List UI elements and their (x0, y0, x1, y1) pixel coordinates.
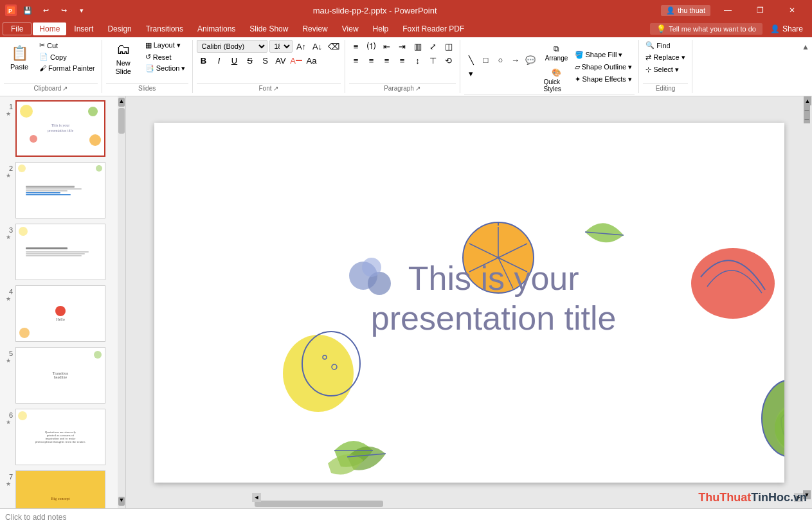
replace-button[interactable]: ⇄ Replace ▾ (643, 52, 687, 63)
slide-thumb-3[interactable]: 3 ★ (3, 222, 123, 281)
menu-design[interactable]: Design (101, 22, 138, 35)
minimize-button[interactable]: — (713, 0, 743, 21)
align-left-button[interactable]: ≡ (349, 54, 363, 67)
v-scroll-btn2[interactable]: — (804, 114, 810, 123)
justify-button[interactable]: ≡ (395, 54, 410, 67)
paragraph-expand-icon[interactable]: ↗ (415, 85, 420, 92)
slide-panel[interactable]: ▲ ▼ 1 ★ This is yourpresentation title (0, 96, 126, 508)
reset-button[interactable]: ↺ Reset (143, 51, 188, 62)
clipboard-expand-icon[interactable]: ↗ (62, 85, 68, 92)
line-spacing-button[interactable]: ↕ (411, 54, 425, 67)
bullets-button[interactable]: ≡ (349, 40, 363, 53)
menu-foxit[interactable]: Foxit Reader PDF (396, 22, 471, 35)
align-right-button[interactable]: ≡ (380, 54, 394, 67)
search-box[interactable]: 💡 Tell me what you want to do (650, 23, 762, 35)
menu-slideshow[interactable]: Slide Show (243, 22, 294, 35)
shape-oval[interactable]: ○ (494, 54, 508, 67)
share-button[interactable]: 👤 Share (764, 23, 809, 35)
notes-bar[interactable]: Click to add notes (0, 508, 812, 525)
clear-format-button[interactable]: ⌫ (327, 40, 341, 53)
scroll-up-arrow[interactable]: ▲ (118, 98, 125, 107)
increase-indent-button[interactable]: ⇥ (395, 40, 410, 53)
arrange-button[interactable]: ⧉ Arrange (543, 40, 571, 66)
menu-transitions[interactable]: Transitions (140, 22, 190, 35)
shape-callout[interactable]: 💬 (523, 54, 537, 67)
shape-effects-button[interactable]: ✦ Shape Effects ▾ (572, 74, 635, 85)
font-size-select[interactable]: 18 (269, 40, 293, 53)
shape-arrow[interactable]: → (509, 54, 523, 67)
text-case-button[interactable]: Aa (305, 54, 319, 67)
shape-outline-button[interactable]: ▱ Shape Outline ▾ (572, 62, 635, 73)
menu-view[interactable]: View (336, 22, 365, 35)
font-expand-icon[interactable]: ↗ (273, 85, 278, 92)
slide-thumb-4[interactable]: 4 ★ Hello (3, 284, 123, 343)
redo-button[interactable]: ↪ (57, 3, 71, 17)
user-account[interactable]: 👤 thu thuat (661, 5, 710, 16)
decrease-indent-button[interactable]: ⇤ (380, 40, 394, 53)
slide-thumb-2[interactable]: 2 ★ (3, 161, 123, 220)
menu-review[interactable]: Review (296, 22, 334, 35)
align-text-button[interactable]: ⊤ (426, 54, 440, 67)
scroll-down-arrow[interactable]: ▼ (118, 497, 125, 506)
v-scroll-down[interactable]: ▼ (803, 490, 811, 499)
font-family-select[interactable]: Calibri (Body) (197, 40, 267, 53)
customize-qat-button[interactable]: ▾ (75, 3, 89, 17)
menu-file[interactable]: File (3, 22, 32, 35)
italic-button[interactable]: I (212, 54, 226, 67)
slide-thumb-1[interactable]: 1 ★ This is yourpresentation title (3, 99, 123, 158)
slide-thumb-6[interactable]: 6 ★ Quotations are sincerelyprinted as a… (3, 407, 123, 467)
notes-placeholder[interactable]: Click to add notes (5, 513, 66, 522)
v-scroll-btn1[interactable]: — (804, 105, 810, 114)
menu-home[interactable]: Home (33, 22, 66, 35)
shape-rect[interactable]: □ (479, 54, 493, 67)
font-color-button[interactable]: A (289, 54, 303, 67)
cut-button[interactable]: ✂ Cut (37, 40, 98, 51)
underline-button[interactable]: U (228, 54, 242, 67)
menu-animations[interactable]: Animations (191, 22, 242, 35)
restore-button[interactable]: ❐ (745, 0, 775, 21)
columns-button[interactable]: ▥ (411, 40, 425, 53)
slide-thumb-5[interactable]: 5 ★ Transitionheadline (3, 346, 123, 405)
shape-line[interactable]: ╲ (464, 54, 478, 67)
layout-button[interactable]: ▦ Layout ▾ (143, 40, 188, 51)
font-decrease-button[interactable]: A↓ (311, 40, 325, 53)
slide-panel-scrollbar[interactable]: ▲ ▼ (118, 96, 125, 508)
smart-art-button[interactable]: ◫ (442, 40, 456, 53)
format-painter-button[interactable]: 🖌 Format Painter (37, 63, 98, 73)
shape-fill-button[interactable]: 🪣 Shape Fill ▾ (572, 49, 635, 60)
text-shadow-button[interactable]: S (258, 54, 273, 67)
h-scroll-thumb[interactable] (255, 501, 383, 507)
shapes-more[interactable]: ▾ (464, 67, 478, 80)
strikethrough-button[interactable]: S (243, 54, 257, 67)
close-button[interactable]: ✕ (777, 0, 807, 21)
convert-smartart-button[interactable]: ⟲ (442, 54, 456, 67)
slide-title[interactable]: This is your presentation title (371, 258, 617, 339)
copy-button[interactable]: 📄 Copy (37, 51, 98, 62)
quick-styles-button[interactable]: 🎨 Quick Styles (543, 67, 571, 94)
find-button[interactable]: 🔍 Find (643, 40, 672, 51)
font-increase-button[interactable]: A↑ (294, 40, 309, 53)
align-center-button[interactable]: ≡ (365, 54, 379, 67)
scroll-left-button[interactable]: ◄ (252, 493, 261, 502)
paste-button[interactable]: 📋 Paste (4, 40, 35, 77)
char-spacing-button[interactable]: AV (274, 54, 288, 67)
slide-canvas[interactable]: This is your presentation title (154, 123, 784, 483)
numbering-button[interactable]: ⑴ (365, 40, 379, 53)
menu-help[interactable]: Help (366, 22, 395, 35)
save-button[interactable]: 💾 (21, 3, 35, 17)
scroll-thumb[interactable] (118, 108, 125, 134)
menu-insert[interactable]: Insert (68, 22, 100, 35)
vertical-scrollbar[interactable]: ▲ — — ▼ (803, 96, 812, 499)
v-scroll-up[interactable]: ▲ (804, 96, 811, 105)
scroll-right-button[interactable]: ► (794, 493, 803, 502)
select-button[interactable]: ⊹ Select ▾ (643, 64, 681, 75)
drawing-expand-icon[interactable]: ↗ (559, 95, 564, 96)
section-button[interactable]: 📑 Section ▾ (143, 63, 188, 74)
slide-thumb-7[interactable]: 7 ★ Big concept (3, 469, 123, 508)
new-slide-button[interactable]: 🗂 NewSlide (106, 40, 141, 77)
undo-button[interactable]: ↩ (39, 3, 53, 17)
ribbon-collapse-button[interactable]: ▲ (802, 40, 812, 93)
text-direction-button[interactable]: ⤢ (426, 40, 440, 53)
bold-button[interactable]: B (197, 54, 211, 67)
horizontal-scrollbar[interactable] (252, 499, 803, 508)
